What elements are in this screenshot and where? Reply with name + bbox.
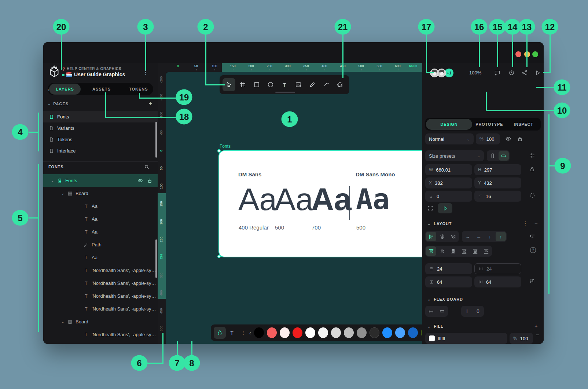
direction-column-reverse-button[interactable]: ↑ <box>496 232 506 241</box>
palette-color-swatch[interactable] <box>395 327 405 338</box>
sizing-fix-button[interactable] <box>426 307 436 316</box>
independent-padding-icon[interactable] <box>529 278 535 284</box>
layer-item[interactable]: TAa <box>43 200 158 213</box>
history-icon[interactable] <box>508 70 515 76</box>
palette-color-swatch[interactable] <box>254 327 264 338</box>
plugins-tool[interactable] <box>334 78 346 91</box>
chevron-down-icon[interactable]: ⌄ <box>61 319 65 324</box>
sizing-fill-width-button[interactable]: I <box>462 307 472 316</box>
page-item-variants[interactable]: Variants <box>43 122 158 134</box>
layer-item[interactable]: ⌄Board <box>43 315 158 328</box>
layout-menu-button[interactable]: ⋮ <box>523 220 528 226</box>
palette-color-swatch[interactable] <box>293 327 302 338</box>
fill-color-swatch[interactable] <box>429 335 435 341</box>
justify-space-between-button[interactable] <box>459 246 469 256</box>
selection-expand-icon[interactable] <box>427 205 433 211</box>
layer-item[interactable]: ⌄Board <box>43 187 158 200</box>
curve-tool[interactable] <box>320 78 332 91</box>
fill-color-input[interactable]: ffffff <box>425 333 507 344</box>
palette-colors-toggle[interactable] <box>214 327 226 339</box>
sizing-fill-height-button[interactable]: 0 <box>473 307 483 316</box>
justify-space-around-button[interactable] <box>470 246 480 256</box>
orientation-portrait-button[interactable] <box>488 151 498 161</box>
lock-proportions-icon[interactable] <box>529 166 535 172</box>
close-window-button[interactable] <box>515 51 521 57</box>
tab-assets[interactable]: ASSETS <box>86 84 117 95</box>
remove-layout-button[interactable]: − <box>534 220 538 227</box>
palette-color-swatch[interactable] <box>305 327 315 338</box>
lock-toggle-icon[interactable] <box>517 136 523 142</box>
search-icon[interactable] <box>144 164 150 170</box>
palette-color-swatch[interactable] <box>408 327 418 338</box>
palette-color-swatch[interactable] <box>280 327 290 338</box>
project-name[interactable]: HELP CENTER & GRAPHICS <box>67 67 121 71</box>
palette-color-swatch[interactable] <box>382 327 392 338</box>
palette-color-swatch[interactable] <box>267 327 277 338</box>
remove-fill-button[interactable]: − <box>536 331 539 338</box>
chevron-down-icon[interactable]: ⌄ <box>51 178 54 183</box>
app-logo[interactable] <box>47 65 61 79</box>
height-input[interactable]: H297 <box>474 164 521 175</box>
border-radius-input[interactable]: 16 <box>474 191 521 202</box>
board-tool[interactable] <box>236 78 249 91</box>
orientation-landscape-button[interactable] <box>499 151 509 161</box>
layout-flex-button[interactable] <box>426 232 436 241</box>
lock-open-icon[interactable] <box>147 178 152 183</box>
fill-opacity-input[interactable]: %100 <box>510 333 533 344</box>
x-position-input[interactable]: X382 <box>425 177 472 188</box>
ellipse-tool[interactable] <box>264 78 277 91</box>
justify-start-button[interactable] <box>426 246 436 256</box>
visibility-toggle-icon[interactable] <box>505 136 511 142</box>
palette-color-swatch[interactable] <box>331 327 341 338</box>
layer-item[interactable]: TAa <box>43 251 158 264</box>
image-tool[interactable] <box>292 78 305 91</box>
add-fill-button[interactable]: + <box>534 323 538 329</box>
layer-item[interactable]: T'Nordhealth Sans', -apple-system… <box>43 302 158 315</box>
tab-tokens[interactable]: TOKENS <box>122 84 155 95</box>
layers-scrollbar[interactable] <box>155 239 157 278</box>
wrap-icon[interactable] <box>529 233 536 239</box>
layout-align-button[interactable] <box>448 232 458 241</box>
layer-item[interactable]: T'Nordhealth Sans', -apple-system… <box>43 328 158 341</box>
palette-color-swatch[interactable] <box>357 327 367 338</box>
layer-item[interactable]: Path <box>43 238 158 251</box>
zoom-level[interactable]: 100% <box>469 70 481 76</box>
justify-space-evenly-button[interactable] <box>481 246 491 256</box>
tab-inspect[interactable]: INSPECT <box>507 119 541 130</box>
fit-content-icon[interactable] <box>529 153 535 158</box>
y-position-input[interactable]: Y432 <box>474 177 521 188</box>
flow-start-button[interactable] <box>438 203 452 213</box>
size-presets-select[interactable]: Size presets⌄ <box>425 150 484 161</box>
board-name-label[interactable]: Fonts <box>220 144 231 149</box>
vertical-padding-input[interactable]: 64 <box>425 276 472 287</box>
direction-column-button[interactable]: ↓ <box>485 232 495 241</box>
palette-typography-toggle[interactable]: T <box>226 327 238 339</box>
chevron-down-icon[interactable]: ⌄ <box>61 191 65 196</box>
palette-menu-button[interactable]: ⋮ <box>238 330 249 335</box>
file-name[interactable]: User Guide Graphics <box>74 71 125 77</box>
layer-item[interactable]: TAa <box>43 213 158 225</box>
layer-item[interactable]: T'Nordhealth Sans', -apple-system… <box>43 277 158 290</box>
text-tool[interactable]: T <box>278 78 291 91</box>
layout-grid-button[interactable] <box>437 232 447 241</box>
layout-section-header[interactable]: ⌄ LAYOUT <box>427 221 452 226</box>
pencil-tool[interactable] <box>306 78 319 91</box>
rectangle-tool[interactable] <box>250 78 263 91</box>
comments-icon[interactable] <box>494 70 500 76</box>
radius-per-corner-icon[interactable] <box>529 192 535 198</box>
layout-help-icon[interactable]: ? <box>530 247 536 253</box>
selection-handle[interactable] <box>217 149 221 153</box>
page-item-tokens[interactable]: Tokens <box>43 134 158 145</box>
share-icon[interactable] <box>522 70 528 76</box>
palette-color-swatch[interactable] <box>318 327 328 338</box>
eye-icon[interactable] <box>137 178 143 183</box>
opacity-input[interactable]: %100 <box>476 133 500 144</box>
pages-scrollbar[interactable] <box>155 122 157 158</box>
horizontal-padding-input[interactable]: 64 <box>474 276 521 287</box>
pages-header[interactable]: ⌄ PAGES <box>48 102 69 106</box>
width-input[interactable]: W660.01 <box>425 164 472 175</box>
view-mode-icon[interactable] <box>534 70 541 76</box>
page-item-interface[interactable]: Interface <box>43 145 158 157</box>
layer-item[interactable]: T'Nordhealth Sans', -apple-system… <box>43 264 158 277</box>
maximize-window-button[interactable] <box>532 51 538 57</box>
